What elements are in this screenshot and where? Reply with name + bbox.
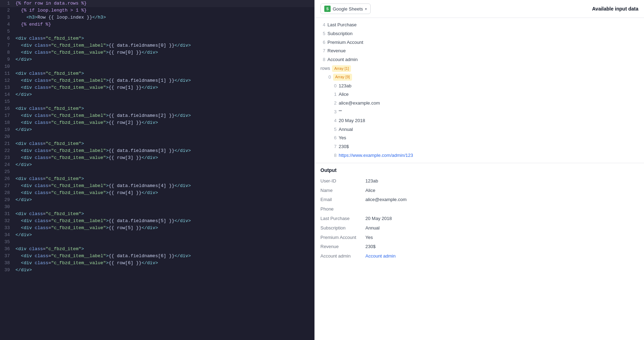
line-number: 14: [0, 91, 14, 98]
editor-line: 24</div>: [0, 161, 314, 168]
line-content: [14, 28, 314, 35]
output-key: Email: [320, 196, 363, 204]
editor-line: 5: [0, 28, 314, 35]
rows-array-badge[interactable]: Array [1]: [332, 65, 351, 72]
line-number: 30: [0, 204, 14, 211]
sub-array-badge[interactable]: Array [9]: [333, 74, 352, 81]
output-value: alice@example.com: [365, 196, 406, 204]
array-item: 420 May 2018: [320, 116, 638, 125]
array-item-value: "": [339, 108, 342, 116]
line-number: 17: [0, 112, 14, 119]
tree-label[interactable]: Revenue: [327, 47, 346, 55]
line-number: 18: [0, 119, 14, 126]
right-panel: S Google Sheets ▾ Available input data 4…: [314, 0, 644, 340]
line-content: <div class="c_fbzd_item">: [14, 211, 314, 218]
line-number: 19: [0, 126, 14, 133]
output-key: Last Purchase: [320, 215, 363, 222]
tree-item: 6Premium Account: [320, 38, 638, 47]
line-number: 27: [0, 182, 14, 189]
line-content: </div>: [14, 161, 314, 168]
output-key: Phone: [320, 206, 363, 213]
array-item-index: 4: [332, 117, 337, 125]
line-number: 20: [0, 133, 14, 140]
google-sheets-button[interactable]: S Google Sheets ▾: [320, 4, 371, 14]
line-content: <div class="c_fbzd_item__value">{{ row[1…: [14, 84, 314, 91]
line-number: 9: [0, 56, 14, 63]
tree-index: 4: [320, 21, 325, 29]
editor-line: 23 <div class="c_fbzd_item__value">{{ ro…: [0, 154, 314, 161]
editor-line: 34</div>: [0, 232, 314, 239]
tree-label[interactable]: Account admin: [327, 56, 358, 64]
output-row: Last Purchase20 May 2018: [320, 214, 638, 224]
google-sheets-label: Google Sheets: [333, 6, 363, 12]
editor-line: 32 <div class="c_fbzd_item__label">{{ da…: [0, 218, 314, 225]
rows-subrow: 0Array [9]: [320, 73, 638, 82]
line-number: 28: [0, 189, 14, 196]
line-number: 5: [0, 28, 14, 35]
editor-line: 18 <div class="c_fbzd_item__value">{{ ro…: [0, 119, 314, 126]
line-content: [14, 204, 314, 211]
output-value-link[interactable]: Account admin: [365, 253, 396, 260]
line-number: 16: [0, 105, 14, 112]
editor-line: 19</div>: [0, 126, 314, 133]
line-number: 24: [0, 161, 14, 168]
array-item-link[interactable]: https://www.example.com/admin/123: [339, 152, 413, 159]
output-row: Premium AccountYes: [320, 233, 638, 242]
array-item-index: 7: [332, 143, 337, 151]
array-item: 1Alice: [320, 90, 638, 99]
tree-label[interactable]: Subscription: [327, 30, 353, 38]
array-item: 0123ab: [320, 82, 638, 91]
line-content: <div class="c_fbzd_item__label">{{ data.…: [14, 112, 314, 119]
line-content: [14, 168, 314, 175]
line-content: <div class="c_fbzd_item">: [14, 175, 314, 182]
tree-item: 5Subscription: [320, 29, 638, 38]
array-item-value: Alice: [339, 91, 349, 98]
line-number: 8: [0, 49, 14, 56]
editor-line: 20: [0, 133, 314, 140]
editor-line: 4 {% endif %}: [0, 21, 314, 28]
editor-line: 35: [0, 239, 314, 246]
line-number: 13: [0, 84, 14, 91]
tree-index: 7: [320, 47, 325, 55]
rows-row: rowsArray [1]: [320, 64, 638, 73]
line-content: </div>: [14, 267, 314, 274]
editor-line: 2 {% if loop.length > 1 %}: [0, 7, 314, 14]
array-item-value: 123ab: [339, 82, 351, 90]
tree-item: 4Last Purchase: [320, 21, 638, 29]
line-content: <div class="c_fbzd_item__label">{{ data.…: [14, 218, 314, 225]
line-number: 34: [0, 232, 14, 239]
output-value: 230$: [365, 243, 376, 251]
output-key: Subscription: [320, 225, 363, 232]
line-number: 39: [0, 267, 14, 274]
array-item-index: 6: [332, 134, 337, 142]
output-value: 20 May 2018: [365, 215, 392, 222]
output-row: SubscriptionAnnual: [320, 224, 638, 233]
line-content: [14, 98, 314, 105]
editor-line: 13 <div class="c_fbzd_item__value">{{ ro…: [0, 84, 314, 91]
editor-line: 37 <div class="c_fbzd_item__label">{{ da…: [0, 253, 314, 260]
line-number: 4: [0, 21, 14, 28]
editor-line: 27 <div class="c_fbzd_item__label">{{ da…: [0, 182, 314, 189]
editor-line: 1{% for row in data.rows %}: [0, 0, 314, 7]
code-editor[interactable]: 1{% for row in data.rows %}2 {% if loop.…: [0, 0, 314, 340]
array-item-value: 230$: [339, 143, 349, 151]
output-value: 123ab: [365, 178, 378, 185]
array-item-index: 2: [332, 100, 337, 107]
tree-label[interactable]: Premium Account: [327, 39, 363, 46]
editor-line: 28 <div class="c_fbzd_item__value">{{ ro…: [0, 189, 314, 196]
array-item-index: 3: [332, 108, 337, 116]
line-number: 12: [0, 77, 14, 84]
line-number: 32: [0, 218, 14, 225]
line-number: 1: [0, 0, 14, 7]
google-sheets-icon: S: [324, 6, 331, 12]
array-item: 8https://www.example.com/admin/123: [320, 151, 638, 160]
array-item-index: 0: [332, 82, 337, 90]
line-content: <div class="c_fbzd_item__value">{{ row[2…: [14, 119, 314, 126]
line-content: </div>: [14, 126, 314, 133]
line-number: 38: [0, 260, 14, 267]
available-input-title: Available input data: [592, 6, 638, 12]
output-key: Name: [320, 187, 363, 194]
tree-label[interactable]: Last Purchase: [327, 21, 357, 29]
editor-line: 31<div class="c_fbzd_item">: [0, 211, 314, 218]
line-number: 33: [0, 225, 14, 232]
